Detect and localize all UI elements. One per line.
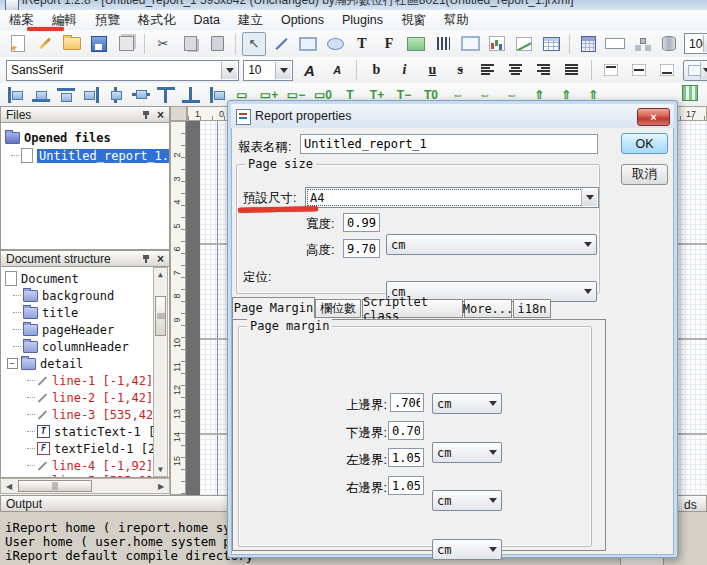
dialog-title-bar[interactable]: Report properties × xyxy=(231,104,674,128)
pin-icon[interactable] xyxy=(141,254,151,264)
underline-icon[interactable]: u xyxy=(420,58,444,82)
chart-tool-icon[interactable] xyxy=(485,32,509,56)
collapse-icon[interactable]: − xyxy=(7,358,18,369)
chevron-down-icon[interactable] xyxy=(485,492,500,509)
menu-preview[interactable]: 預覽 xyxy=(86,10,129,30)
valign-bottom-icon[interactable] xyxy=(655,58,679,82)
tab-scriptlet-class[interactable]: Scriptlet class xyxy=(362,299,463,318)
margin-bottom-input[interactable] xyxy=(388,421,424,440)
cut-icon[interactable]: ✂ xyxy=(151,32,175,56)
tree-node-background[interactable]: background xyxy=(13,287,114,304)
paste-icon[interactable] xyxy=(205,32,229,56)
new-document-icon[interactable]: ★ xyxy=(6,32,30,56)
save-all-icon[interactable] xyxy=(114,32,138,56)
tree-node-textfield-1[interactable]: FtextField-1 [2 xyxy=(27,440,155,457)
align-to-band-top-icon[interactable] xyxy=(156,86,176,104)
opened-files-node[interactable]: Opened files xyxy=(5,129,111,146)
frame-tool-icon[interactable] xyxy=(458,32,482,56)
scroll-up-arrow[interactable]: ▲ xyxy=(154,268,167,281)
menu-options[interactable]: Options xyxy=(272,10,333,30)
tree-node-title[interactable]: title xyxy=(13,304,78,321)
chevron-down-icon[interactable] xyxy=(581,189,597,206)
margin-left-unit-select[interactable]: cm xyxy=(432,490,502,511)
tree-node-columnheader[interactable]: columnHeader xyxy=(13,338,129,355)
text-field-tool-icon[interactable]: F xyxy=(377,32,401,56)
center-horizontal-icon[interactable] xyxy=(106,86,126,104)
margin-right-input[interactable] xyxy=(388,476,424,495)
margin-top-input[interactable] xyxy=(390,393,424,412)
tree-node-pageheader[interactable]: pageHeader xyxy=(13,321,114,338)
menu-build[interactable]: 建立 xyxy=(229,10,272,30)
menu-window[interactable]: 視窗 xyxy=(392,10,435,30)
structure-horizontal-scrollbar[interactable]: ◀ ▶ xyxy=(0,478,170,494)
chevron-down-icon[interactable] xyxy=(221,62,237,79)
align-margin-left-icon[interactable] xyxy=(206,86,226,104)
open-file-icon[interactable] xyxy=(60,32,84,56)
font-size-select[interactable]: 10 xyxy=(243,60,293,81)
grid-toggle-icon[interactable] xyxy=(682,85,698,101)
subreport-tool-icon[interactable] xyxy=(576,32,600,56)
close-icon[interactable]: × xyxy=(157,254,164,264)
tab-i18n[interactable]: i18n xyxy=(513,299,551,318)
tab-more[interactable]: More... xyxy=(464,299,512,318)
structure-panel-header[interactable]: Document structure × xyxy=(0,250,170,267)
chevron-down-icon[interactable] xyxy=(580,236,595,253)
chevron-down-icon[interactable] xyxy=(700,62,707,79)
field-tool-icon[interactable] xyxy=(603,32,627,56)
align-elements-right-icon[interactable] xyxy=(81,86,101,104)
wizard-icon[interactable] xyxy=(33,32,57,56)
menu-plugins[interactable]: Plugins xyxy=(333,10,392,30)
preset-size-select[interactable]: A4 xyxy=(305,187,599,208)
align-justify-icon[interactable] xyxy=(560,58,584,82)
chevron-down-icon[interactable] xyxy=(485,395,500,412)
menu-help[interactable]: 幫助 xyxy=(435,10,478,30)
scroll-left-arrow[interactable]: ◀ xyxy=(2,479,16,493)
decrease-font-icon[interactable]: A xyxy=(325,58,349,82)
menu-data[interactable]: Data xyxy=(185,10,229,30)
save-icon[interactable] xyxy=(87,32,111,56)
font-family-select[interactable]: SansSerif xyxy=(6,60,239,81)
height-input[interactable] xyxy=(343,239,380,258)
italic-icon[interactable]: i xyxy=(392,58,416,82)
structure-vertical-scrollbar[interactable]: ▲ ▼ xyxy=(153,267,168,477)
ellipse-tool-icon[interactable] xyxy=(323,32,347,56)
static-text-tool-icon[interactable]: T xyxy=(350,32,374,56)
align-left-icon[interactable] xyxy=(476,58,500,82)
chevron-down-icon[interactable] xyxy=(485,444,500,461)
margin-bottom-unit-select[interactable]: cm xyxy=(432,442,502,463)
dialog-close-button[interactable]: × xyxy=(637,108,670,126)
pointer-tool-icon[interactable]: ↖ xyxy=(242,32,266,56)
margin-left-input[interactable] xyxy=(388,448,424,467)
align-elements-left-icon[interactable] xyxy=(6,86,26,104)
datasource-icon[interactable] xyxy=(657,32,681,56)
align-elements-top-icon[interactable] xyxy=(56,86,76,104)
increase-font-icon[interactable]: A xyxy=(297,58,321,82)
barcode-tool-icon[interactable] xyxy=(431,32,455,56)
tree-node-line-3[interactable]: line-3 [535,42 xyxy=(27,406,153,423)
chevron-down-icon[interactable] xyxy=(485,541,500,558)
scroll-right-arrow[interactable]: ▶ xyxy=(154,479,168,493)
tree-node-line-1[interactable]: line-1 [-1,42] xyxy=(27,372,153,389)
zoom-select[interactable]: 100% xyxy=(684,33,707,54)
align-elements-bottom-icon[interactable] xyxy=(31,86,51,104)
opened-file-item[interactable]: Untitled_report_1.jr xyxy=(11,147,170,164)
files-panel-header[interactable]: Files × xyxy=(0,106,170,123)
margin-right-unit-select[interactable]: cm xyxy=(432,539,502,560)
width-unit-select[interactable]: cm xyxy=(386,234,597,255)
image-tool-icon[interactable] xyxy=(404,32,428,56)
width-input[interactable] xyxy=(343,213,380,232)
tree-node-statictext-1[interactable]: TstaticText-1 [ xyxy=(27,423,155,440)
copy-icon[interactable] xyxy=(178,32,202,56)
crosstab-tool-icon[interactable] xyxy=(539,32,563,56)
ok-button[interactable]: OK xyxy=(621,133,668,154)
chevron-down-icon[interactable] xyxy=(275,62,291,79)
strikethrough-icon[interactable]: s xyxy=(448,58,472,82)
tab-columns[interactable]: 欄位數 xyxy=(315,299,361,318)
line-tool-icon[interactable] xyxy=(269,32,293,56)
tree-node-document[interactable]: Document xyxy=(5,270,79,287)
align-to-band-bottom-icon[interactable] xyxy=(181,86,201,104)
center-vertical-icon[interactable] xyxy=(131,86,151,104)
border-select[interactable] xyxy=(683,60,707,81)
scroll-down-arrow[interactable]: ▼ xyxy=(154,463,167,476)
scrollbar-thumb[interactable] xyxy=(18,480,92,492)
